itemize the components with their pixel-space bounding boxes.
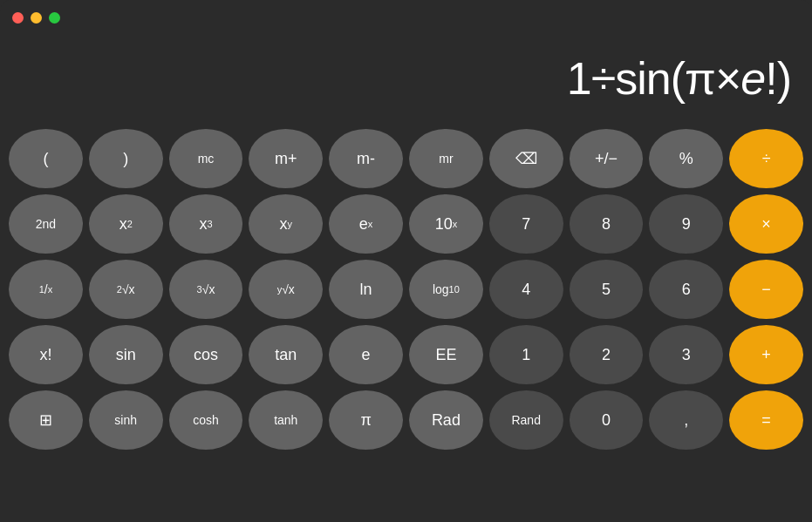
btn-2sqrtx[interactable]: 2√x xyxy=(89,260,163,319)
display: 1÷sin(π×e!) xyxy=(0,35,812,122)
btn-rad[interactable]: Rad xyxy=(409,390,483,450)
btn-m-minus[interactable]: m- xyxy=(329,129,403,188)
btn-2[interactable]: 2 xyxy=(570,325,644,384)
btn-equals[interactable]: = xyxy=(729,390,803,450)
traffic-light-red[interactable] xyxy=(12,12,24,24)
traffic-light-yellow[interactable] xyxy=(31,12,42,24)
btn-ysqrtx[interactable]: y√x xyxy=(249,260,323,319)
traffic-light-green[interactable] xyxy=(49,12,60,24)
btn-open-paren[interactable]: ( xyxy=(9,129,83,188)
btn-calc-icon[interactable]: ⊞ xyxy=(9,390,83,450)
btn-10x[interactable]: 10x xyxy=(409,194,483,254)
btn-9[interactable]: 9 xyxy=(649,194,723,254)
btn-percent[interactable]: % xyxy=(649,129,723,188)
btn-3sqrtx[interactable]: 3√x xyxy=(169,260,243,319)
btn-rand[interactable]: Rand xyxy=(489,390,563,450)
btn-8[interactable]: 8 xyxy=(570,194,644,254)
btn-cos[interactable]: cos xyxy=(169,325,243,384)
btn-pi[interactable]: π xyxy=(329,390,403,450)
btn-sin[interactable]: sin xyxy=(89,325,163,384)
btn-mr[interactable]: mr xyxy=(409,129,483,188)
btn-cosh[interactable]: cosh xyxy=(169,390,243,450)
btn-ln[interactable]: ln xyxy=(329,260,403,319)
btn-6[interactable]: 6 xyxy=(649,260,723,319)
titlebar xyxy=(0,0,812,35)
btn-tan[interactable]: tan xyxy=(249,325,323,384)
btn-e[interactable]: e xyxy=(329,325,403,384)
btn-close-paren[interactable]: ) xyxy=(89,129,163,188)
btn-5[interactable]: 5 xyxy=(570,260,644,319)
btn-mc[interactable]: mc xyxy=(169,129,243,188)
btn-backspace[interactable]: ⌫ xyxy=(489,129,563,188)
btn-7[interactable]: 7 xyxy=(489,194,563,254)
btn-ex[interactable]: ex xyxy=(329,194,403,254)
btn-1[interactable]: 1 xyxy=(489,325,563,384)
btn-multiply[interactable]: × xyxy=(729,194,803,254)
btn-1x[interactable]: 1/x xyxy=(9,260,83,319)
btn-plus-minus[interactable]: +/− xyxy=(570,129,644,188)
btn-divide[interactable]: ÷ xyxy=(729,129,803,188)
btn-0[interactable]: 0 xyxy=(570,390,644,450)
btn-ee[interactable]: EE xyxy=(409,325,483,384)
calculator-keypad: ()mcm+m-mr⌫+/−%÷2ndx2x3xyex10x789×1/x2√x… xyxy=(0,122,812,458)
btn-4[interactable]: 4 xyxy=(489,260,563,319)
btn-2nd[interactable]: 2nd xyxy=(9,194,83,254)
btn-comma[interactable]: , xyxy=(649,390,723,450)
btn-xy[interactable]: xy xyxy=(249,194,323,254)
btn-xfact[interactable]: x! xyxy=(9,325,83,384)
btn-m-plus[interactable]: m+ xyxy=(249,129,323,188)
btn-x2[interactable]: x2 xyxy=(89,194,163,254)
btn-minus[interactable]: − xyxy=(729,260,803,319)
btn-tanh[interactable]: tanh xyxy=(249,390,323,450)
btn-x3[interactable]: x3 xyxy=(169,194,243,254)
display-expression: 1÷sin(π×e!) xyxy=(567,52,791,105)
btn-sinh[interactable]: sinh xyxy=(89,390,163,450)
btn-plus[interactable]: + xyxy=(729,325,803,384)
btn-3[interactable]: 3 xyxy=(649,325,723,384)
btn-log10[interactable]: log10 xyxy=(409,260,483,319)
